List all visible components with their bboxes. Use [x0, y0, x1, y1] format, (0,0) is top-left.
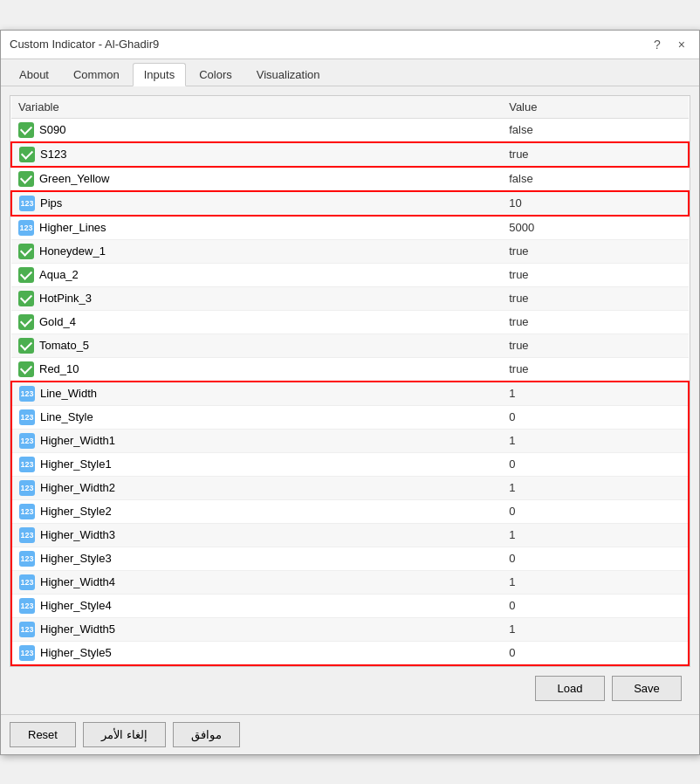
inputs-table-container: Variable Value S090falseS123trueGreen_Ye…: [10, 95, 690, 667]
table-row[interactable]: S123true: [11, 142, 689, 167]
variable-name: Tomato_5: [39, 339, 89, 352]
bool-icon: [18, 314, 34, 330]
table-row[interactable]: 123Higher_Style40: [11, 594, 689, 617]
table-row[interactable]: Aqua_2true: [11, 263, 689, 286]
num-icon: 123: [19, 386, 35, 402]
table-row[interactable]: S090false: [11, 118, 689, 142]
variable-name: Red_10: [39, 362, 79, 375]
footer-bar: Reset إلغاء الأمر موافق: [1, 714, 699, 754]
num-icon: 123: [19, 551, 35, 567]
tab-bar: AboutCommonInputsColorsVisualization: [1, 59, 699, 86]
variable-name: Green_Yellow: [39, 172, 109, 185]
reset-button[interactable]: Reset: [10, 722, 76, 747]
table-row[interactable]: 123Higher_Style10: [11, 452, 689, 476]
bool-icon: [18, 267, 34, 283]
table-row[interactable]: 123Higher_Style20: [11, 499, 689, 523]
help-button[interactable]: ?: [649, 36, 666, 53]
table-row[interactable]: 123Higher_Style30: [11, 547, 689, 570]
tab-colors[interactable]: Colors: [188, 63, 244, 86]
variable-value: 5000: [502, 216, 689, 240]
variable-value: 1: [502, 382, 689, 406]
num-icon: 123: [19, 196, 35, 211]
table-row[interactable]: 123Higher_Width41: [11, 570, 689, 594]
save-button[interactable]: Save: [612, 676, 682, 701]
cancel-button[interactable]: إلغاء الأمر: [83, 722, 166, 747]
variable-value: false: [502, 167, 689, 191]
table-row[interactable]: Green_Yellowfalse: [11, 167, 689, 191]
table-row[interactable]: HotPink_3true: [11, 286, 689, 310]
variable-value: false: [502, 118, 689, 142]
variable-value: 1: [502, 617, 689, 641]
num-icon: 123: [19, 480, 35, 496]
variable-value: true: [502, 286, 689, 310]
table-row[interactable]: 123Higher_Width31: [11, 523, 689, 547]
bool-icon: [18, 338, 34, 354]
tab-visualization[interactable]: Visualization: [245, 63, 332, 86]
variable-value: 0: [502, 405, 689, 429]
close-button[interactable]: ×: [673, 36, 690, 53]
num-icon: 123: [19, 598, 35, 614]
variable-name: Higher_Lines: [39, 221, 106, 234]
table-row[interactable]: Gold_4true: [11, 310, 689, 334]
variable-value: true: [502, 263, 689, 286]
window-title: Custom Indicator - Al-Ghadir9: [10, 38, 159, 51]
variable-name: Higher_Width1: [40, 434, 115, 447]
variable-name: S090: [39, 123, 65, 136]
variable-value: 0: [502, 547, 689, 570]
bool-icon: [18, 122, 34, 138]
col-value: Value: [502, 96, 689, 119]
num-icon: 123: [19, 527, 35, 543]
tab-common[interactable]: Common: [62, 63, 131, 86]
table-row[interactable]: 123Pips10: [11, 191, 689, 216]
table-row[interactable]: 123Higher_Width11: [11, 429, 689, 452]
variable-value: true: [502, 357, 689, 382]
variable-name: Higher_Style3: [40, 552, 112, 565]
inputs-table: Variable Value S090falseS123trueGreen_Ye…: [10, 96, 690, 666]
variable-value: 0: [502, 594, 689, 617]
num-icon: 123: [19, 409, 35, 425]
table-row[interactable]: 123Line_Style0: [11, 405, 689, 429]
table-row[interactable]: 123Higher_Style50: [11, 641, 689, 665]
variable-value: 1: [502, 429, 689, 452]
load-button[interactable]: Load: [535, 676, 605, 701]
variable-value: true: [502, 310, 689, 334]
variable-name: Higher_Style4: [40, 599, 112, 612]
variable-value: 1: [502, 476, 689, 499]
table-row[interactable]: Tomato_5true: [11, 334, 689, 357]
tab-about[interactable]: About: [8, 63, 60, 86]
table-row[interactable]: 123Line_Width1: [11, 382, 689, 406]
table-row[interactable]: Honeydew_1true: [11, 239, 689, 263]
table-row[interactable]: 123Higher_Width51: [11, 617, 689, 641]
variable-name: Higher_Style5: [40, 646, 112, 659]
variable-name: Higher_Width4: [40, 575, 115, 588]
title-bar: Custom Indicator - Al-Ghadir9 ? ×: [1, 31, 699, 59]
variable-value: true: [502, 239, 689, 263]
variable-value: 0: [502, 499, 689, 523]
variable-name: Honeydew_1: [39, 244, 106, 258]
variable-name: Aqua_2: [39, 268, 79, 281]
num-icon: 123: [19, 645, 35, 661]
variable-value: 0: [502, 452, 689, 476]
variable-value: 0: [502, 641, 689, 665]
variable-name: Higher_Style2: [40, 505, 112, 518]
table-row[interactable]: 123Higher_Lines5000: [11, 216, 689, 240]
bottom-buttons: Load Save: [10, 667, 690, 705]
variable-name: Higher_Width3: [40, 528, 115, 541]
table-row[interactable]: Red_10true: [11, 357, 689, 382]
bool-icon: [18, 361, 34, 377]
variable-name: S123: [40, 148, 66, 161]
num-icon: 123: [19, 457, 35, 472]
variable-value: 1: [502, 570, 689, 594]
variable-name: Higher_Width2: [40, 481, 115, 494]
variable-value: true: [502, 142, 689, 167]
bool-icon: [18, 291, 34, 306]
table-row[interactable]: 123Higher_Width21: [11, 476, 689, 499]
content-area: Variable Value S090falseS123trueGreen_Ye…: [1, 86, 699, 714]
ok-button[interactable]: موافق: [173, 722, 240, 747]
main-window: Custom Indicator - Al-Ghadir9 ? × AboutC…: [0, 30, 700, 755]
tab-inputs[interactable]: Inputs: [133, 63, 186, 86]
variable-value: 1: [502, 523, 689, 547]
num-icon: 123: [18, 220, 34, 236]
bool-icon: [18, 244, 34, 259]
bool-icon: [19, 147, 35, 162]
